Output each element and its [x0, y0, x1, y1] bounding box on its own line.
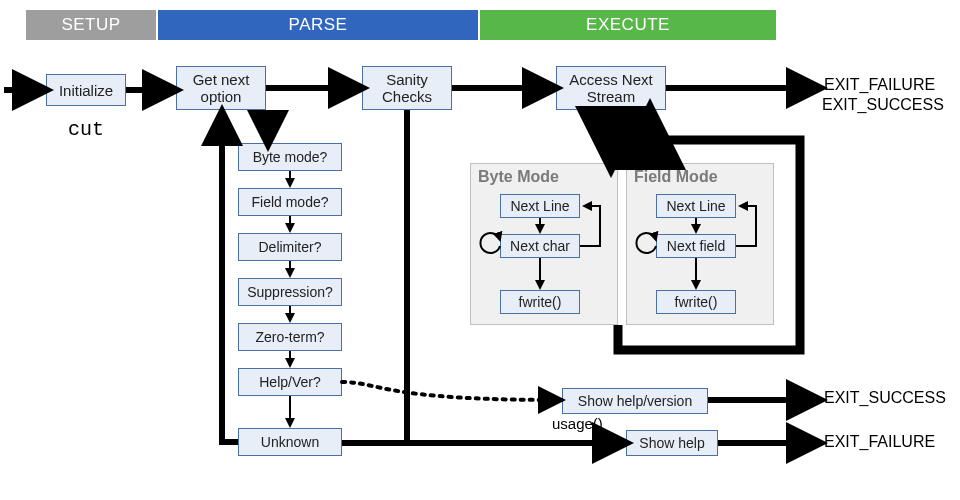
box-bm-next-line: Next Line	[500, 194, 580, 218]
box-get-next-option: Get next option	[176, 66, 266, 110]
title-byte-mode: Byte Mode	[478, 168, 559, 186]
box-zero-term: Zero-term?	[238, 323, 342, 351]
usage-label: usage()	[552, 415, 603, 432]
phase-parse: PARSE	[158, 10, 478, 40]
exit-success-top: EXIT_SUCCESS	[822, 96, 944, 114]
title-field-mode: Field Mode	[634, 168, 718, 186]
box-delimiter: Delimiter?	[238, 233, 342, 261]
exit-failure-bot: EXIT_FAILURE	[824, 433, 935, 451]
cut-label: cut	[68, 118, 104, 141]
box-help-ver: Help/Ver?	[238, 368, 342, 396]
box-suppression: Suppression?	[238, 278, 342, 306]
box-fm-fwrite: fwrite()	[656, 290, 736, 314]
phase-setup: SETUP	[26, 10, 156, 40]
box-byte-mode: Byte mode?	[238, 143, 342, 171]
box-show-help-version: Show help/version	[562, 388, 708, 414]
box-bm-next-char: Next char	[500, 234, 580, 258]
box-unknown: Unknown	[238, 428, 342, 456]
phase-bar: SETUP PARSE EXECUTE	[26, 10, 776, 40]
box-bm-fwrite: fwrite()	[500, 290, 580, 314]
box-fm-next-field: Next field	[656, 234, 736, 258]
box-field-mode: Field mode?	[238, 188, 342, 216]
box-show-help: Show help	[626, 430, 718, 456]
box-sanity-checks: Sanity Checks	[362, 66, 452, 110]
exit-failure-top: EXIT_FAILURE	[824, 76, 935, 94]
box-fm-next-line: Next Line	[656, 194, 736, 218]
box-access-next-stream: Access Next Stream	[556, 66, 666, 110]
box-initialize: Initialize	[46, 74, 126, 106]
exit-success-mid: EXIT_SUCCESS	[824, 389, 946, 407]
phase-execute: EXECUTE	[480, 10, 776, 40]
